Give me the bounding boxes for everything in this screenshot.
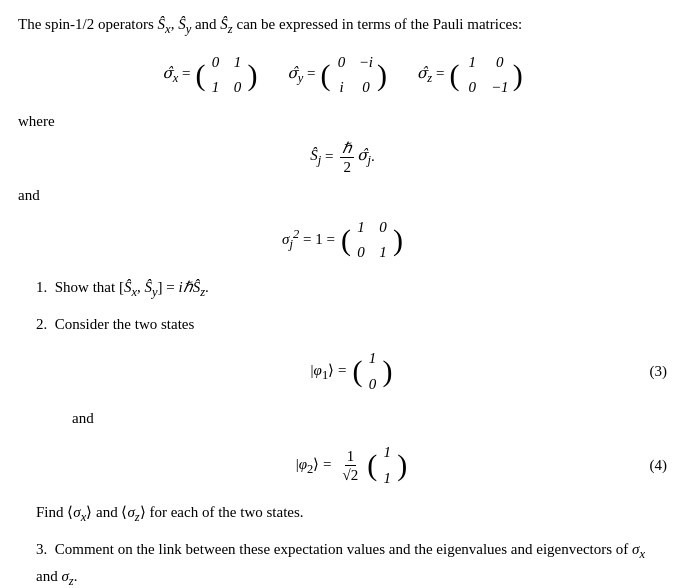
where-section: where Ŝj = ℏ2σ̂j.: [18, 110, 667, 176]
sigma-x-expr: σ̂x = ( 0 1 1 0 ): [162, 49, 257, 100]
list-item-2: 2. Consider the two states |φ1⟩ = ( 1 0 …: [36, 312, 667, 527]
sigma-z-label: σ̂z =: [417, 62, 444, 88]
left-paren: (: [352, 356, 362, 386]
left-paren: (: [320, 60, 330, 90]
and-section: and σj2 = 1 = ( 1 0 0 1 ): [18, 184, 667, 266]
sigma-x-matrix: ( 0 1 1 0 ): [195, 49, 257, 100]
sigma-y-expr: σ̂y = ( 0 −i i 0 ): [287, 49, 387, 100]
list-item-1: 1. Show that [Ŝx, Ŝy] = iℏŜz.: [36, 275, 667, 302]
sigma-z-expr: σ̂z = ( 1 0 0 −1 ): [417, 49, 523, 100]
sigma-sq-matrix: ( 1 0 0 1 ): [341, 214, 403, 265]
sigma-sq-lhs: σj2 = 1 =: [282, 225, 335, 254]
eq4-number: (4): [650, 453, 668, 477]
matrix-grid: 1 0 0 −1: [459, 49, 512, 100]
item3-num: 3.: [36, 541, 47, 557]
right-paren: ): [397, 450, 407, 480]
phi1-lhs: |φ1⟩ =: [311, 358, 347, 385]
phi2-frac-wrap: 1 √2: [338, 447, 364, 484]
eq3-number: (3): [650, 359, 668, 383]
matrix-grid: 1 0: [362, 344, 382, 398]
problem-list: 1. Show that [Ŝx, Ŝy] = iℏŜz. 2. Conside…: [36, 275, 667, 588]
find-text: Find ⟨σx⟩ and ⟨σz⟩ for each of the two s…: [36, 500, 667, 527]
frac-num: 1: [345, 447, 357, 466]
right-paren: ): [513, 60, 523, 90]
right-paren: ): [247, 60, 257, 90]
sigma-sq-eq-row: σj2 = 1 = ( 1 0 0 1 ): [18, 214, 667, 265]
list-item-3: 3. Comment on the link between these exp…: [36, 537, 667, 588]
frac-den: 2: [341, 158, 353, 176]
left-paren: (: [449, 60, 459, 90]
sigma-y-label: σ̂y =: [287, 62, 315, 88]
matrix-grid: 0 −i i 0: [330, 49, 377, 100]
right-paren: ): [382, 356, 392, 386]
item2-num: 2.: [36, 316, 47, 332]
item1-num: 1.: [36, 279, 47, 295]
pauli-matrices-row: σ̂x = ( 0 1 1 0 ) σ̂y = ( 0 −i i 0 ) σ: [18, 49, 667, 100]
sigma-x-label: σ̂x =: [162, 62, 190, 88]
phi2-matrix: ( 1 1 ): [367, 438, 407, 492]
where-label: where: [18, 110, 667, 133]
and2-label: and: [72, 410, 94, 426]
and-label: and: [18, 184, 667, 207]
sigma-y-matrix: ( 0 −i i 0 ): [320, 49, 387, 100]
phi2-equation: |φ2⟩ = 1 √2 ( 1 1 ) (4): [36, 438, 667, 492]
left-paren: (: [367, 450, 377, 480]
frac-num: ℏ: [340, 139, 354, 158]
intro-text: The spin-1/2 operators Ŝx, Ŝy and Ŝz can…: [18, 12, 667, 39]
left-paren: (: [195, 60, 205, 90]
phi1-equation: |φ1⟩ = ( 1 0 ) (3): [36, 344, 667, 398]
matrix-grid: 1 1: [377, 438, 397, 492]
matrix-grid: 0 1 1 0: [205, 49, 247, 100]
matrix-grid: 1 0 0 1: [351, 214, 393, 265]
right-paren: ): [393, 225, 403, 255]
phi1-matrix: ( 1 0 ): [352, 344, 392, 398]
sigma-z-matrix: ( 1 0 0 −1 ): [449, 49, 522, 100]
sj-equation: Ŝj = ℏ2σ̂j.: [18, 139, 667, 176]
and2-label-block: and: [72, 406, 667, 430]
phi2-lhs: |φ2⟩ =: [296, 452, 332, 479]
frac-den: √2: [341, 466, 361, 484]
left-paren: (: [341, 225, 351, 255]
right-paren: ): [377, 60, 387, 90]
